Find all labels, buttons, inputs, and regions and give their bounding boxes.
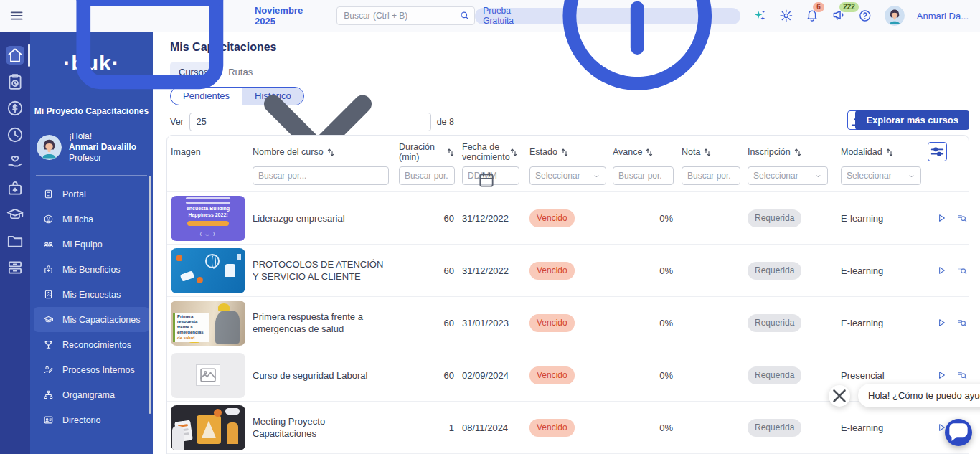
sidebar-item-mi-equipo[interactable]: Mi Equipo [34,232,149,257]
notifications-count-badge: 6 [813,2,824,12]
course-progress: 0% [607,265,676,277]
decor-pill [187,221,229,226]
decor-shape [215,311,240,344]
total-count-label: de 8 [437,117,454,127]
rail-benefits-icon[interactable] [6,179,24,197]
course-modality: E-learning [834,212,925,224]
table-header: ImagenNombre del cursoDuración (min)Fech… [167,136,969,191]
course-details-button[interactable] [956,369,968,381]
sort-icon[interactable] [509,148,518,157]
chevron-down-icon [814,172,822,180]
play-course-button[interactable] [936,265,947,276]
sidebar-item-label: Mis Encuestas [62,290,121,300]
menu-icon[interactable] [9,7,24,24]
filter-cell-6 [607,166,676,185]
chat-dismiss-button[interactable] [829,385,850,407]
enrollment-cell: Requerida [740,366,834,384]
play-course-button[interactable] [936,212,947,224]
sidebar-item-mis-beneficios[interactable]: Mis Beneficios [34,257,149,282]
filter-input-6[interactable] [613,166,674,185]
column-label: Fecha de vencimiento [462,142,507,162]
filter-cell-5: Seleccionar [522,166,607,185]
rail-time-icon[interactable] [6,126,24,144]
sidebar-item-portal[interactable]: Portal [34,181,149,207]
ai-sparkle-icon[interactable] [753,8,767,24]
course-enrollment-badge: Requerida [748,366,801,384]
sidebar-item-mis-encuestas[interactable]: Mis Encuestas [34,282,149,307]
sidebar-item-mis-capacitaciones[interactable]: Mis Capacitaciones [34,307,149,332]
column-settings-button[interactable] [928,142,947,161]
chat-tooltip[interactable]: Hola! ¿Cómo te puedo ayudar? [858,384,980,407]
user-avatar[interactable] [885,6,905,26]
filter-select-8[interactable]: Seleccionar [748,166,828,185]
filter-select-5[interactable]: Seleccionar [529,166,606,185]
sidebar-scrollbar[interactable] [149,176,151,414]
play-course-button[interactable] [936,369,947,381]
sidebar-avatar[interactable] [37,135,62,160]
rail-attendance-icon[interactable] [6,72,24,91]
rail-training-icon[interactable] [6,205,24,224]
course-enrollment-badge: Requerida [748,314,801,332]
filter-row: SeleccionarSeleccionarSeleccionar [167,166,969,191]
announcements-megaphone-icon[interactable]: 222 [831,8,846,24]
rail-wellness-icon[interactable] [6,152,24,171]
notifications-bell-icon[interactable]: 6 [805,8,819,24]
announcements-count-badge: 222 [839,2,859,12]
decor-line [186,202,230,204]
course-details-button[interactable] [956,317,968,328]
course-details-button[interactable] [956,212,968,224]
settings-gear-icon[interactable] [779,8,793,24]
trial-badge[interactable]: Prueba Gratuita [475,8,740,24]
course-modality: Presencial [834,369,925,382]
column-label: Modalidad [841,147,882,157]
thumb-text: de salud [177,336,207,341]
sidebar-item-directorio[interactable]: Directorio [34,407,149,432]
column-header-1: Imagen [167,147,248,157]
column-label: Inscripción [748,147,791,157]
filter-input-3[interactable] [399,166,455,185]
sidebar-item-procesos-internos[interactable]: Procesos Internos [34,357,149,382]
chat-launcher-button[interactable] [945,419,972,446]
sort-icon[interactable] [446,148,455,157]
table-row: Meeting Proyecto Capacitaciones108/11/20… [167,401,969,453]
sort-icon[interactable] [885,148,894,157]
filter-input-7[interactable] [682,166,740,185]
decor-shape [205,254,220,268]
course-details-button[interactable] [956,265,968,276]
page-size-select[interactable]: 25 [189,113,431,131]
sort-icon[interactable] [703,148,712,157]
rail-documents-icon[interactable] [6,232,24,250]
column-label: Duración (min) [399,142,443,162]
column-header-5: Estado [522,147,607,157]
sidebar-item-label: Mis Beneficios [62,265,121,275]
filter-cell-7 [676,166,740,185]
sort-icon[interactable] [326,148,335,157]
sort-icon[interactable] [793,148,802,157]
actions-cell [925,212,969,224]
filter-select-9[interactable]: Seleccionar [841,166,921,185]
sort-icon[interactable] [560,148,569,157]
user-menu[interactable]: Anmari Da... [917,11,969,22]
explore-courses-button[interactable]: Explorar más cursos [855,110,969,130]
sort-icon[interactable] [645,148,654,157]
chat-bubble-icon [945,419,972,446]
rail-home-icon[interactable] [6,46,24,65]
rail-payroll-icon[interactable] [6,99,24,118]
sidebar-item-reconocimientos[interactable]: Reconocimientos [34,332,149,357]
sidebar-item-label: Directorio [62,415,101,425]
rail-drawers-icon[interactable] [6,258,24,277]
image-cell: Primera respuestafrente a emergenciasde … [167,301,248,346]
help-icon[interactable] [858,8,872,24]
date-filter [462,166,519,185]
search-input[interactable] [336,6,475,25]
sidebar-item-mi-ficha[interactable]: Mi ficha [34,207,149,232]
play-course-button[interactable] [936,317,947,328]
course-progress: 0% [607,317,676,329]
image-cell: encuesta BuildingHappiness 2022!( ◡ ) [167,196,248,241]
sidebar-item-organigrama[interactable]: Organigrama [34,382,149,407]
course-modality: E-learning [834,317,925,329]
filter-input-2[interactable] [253,166,389,185]
period-selector[interactable]: Noviembre 2025 [50,0,321,115]
search-icon[interactable] [459,10,470,21]
decor-shape [172,426,184,450]
